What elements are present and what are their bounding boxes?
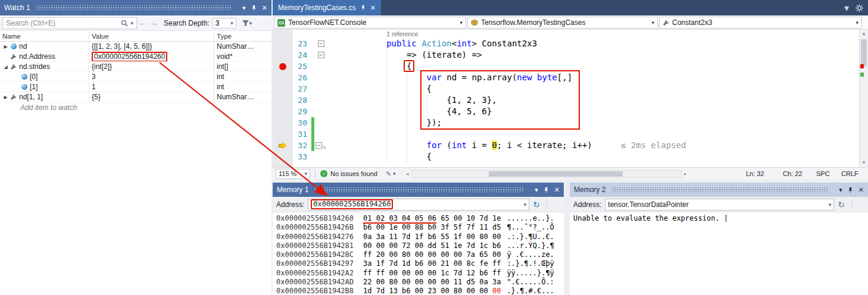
watch-row[interactable]: [0]3int bbox=[0, 72, 271, 82]
code-line-24[interactable]: 24–=> (iterate) => bbox=[273, 49, 859, 61]
forward-arrow-icon[interactable]: → bbox=[150, 18, 158, 27]
search-depth-combo[interactable]: 3 ▾ bbox=[213, 18, 236, 29]
watch-title-bar[interactable]: Watch 1 ▾ ✕ bbox=[0, 0, 271, 15]
glyph-margin[interactable] bbox=[273, 83, 293, 95]
pin-icon[interactable] bbox=[251, 5, 257, 11]
watch-row[interactable]: [1]1int bbox=[0, 82, 271, 92]
memory-row[interactable]: 0x000002556B1942973a 1f 7d 1d b6 00 21 0… bbox=[276, 259, 564, 268]
scroll-up-icon[interactable]: ▲ bbox=[860, 30, 868, 38]
outline-collapse-icon[interactable]: – bbox=[318, 40, 324, 47]
code-line-33[interactable]: 33{ bbox=[273, 151, 859, 162]
gear-icon[interactable] bbox=[855, 4, 863, 12]
health-check-icon[interactable]: ✓ bbox=[320, 170, 327, 177]
glyph-margin[interactable] bbox=[273, 151, 293, 162]
glyph-margin[interactable] bbox=[273, 95, 293, 106]
address-input[interactable]: 0x000002556B194260 ▾ bbox=[308, 199, 529, 211]
code-line-29[interactable]: 29{4, 5, 6} bbox=[273, 106, 859, 117]
memory-row[interactable]: 0x000002556B1942A2ff ff 00 00 00 00 1c 7… bbox=[276, 269, 564, 278]
memory-row[interactable]: 0x000002556B19426Bb6 00 1e 00 88 b0 3f 5… bbox=[276, 223, 564, 232]
expander-expanded-icon[interactable]: ◢ bbox=[2, 64, 9, 70]
code-line-25[interactable]: 25{ bbox=[273, 61, 859, 72]
code-line-31[interactable]: 31 bbox=[273, 128, 859, 140]
drag-grip[interactable] bbox=[314, 187, 524, 192]
glyph-margin[interactable] bbox=[273, 49, 293, 61]
code-area[interactable]: 1 reference23–public Action<int> Constan… bbox=[273, 30, 868, 167]
issues-status[interactable]: No issues found bbox=[330, 170, 377, 177]
window-position-icon[interactable]: ▾ bbox=[535, 187, 538, 193]
window-position-icon[interactable]: ▾ bbox=[242, 5, 246, 11]
zoom-dropdown[interactable]: 115 % ▾ bbox=[276, 169, 310, 179]
memory1-hex-dump[interactable]: 0x000002556B19426001 02 03 04 05 06 65 0… bbox=[273, 212, 564, 295]
drag-grip[interactable] bbox=[36, 5, 232, 10]
code-line-27[interactable]: 27{ bbox=[273, 83, 859, 95]
search-icon[interactable] bbox=[121, 20, 128, 27]
close-icon[interactable]: ✕ bbox=[858, 187, 864, 193]
project-dropdown[interactable]: C# TensorFlowNET.Console ▾ bbox=[274, 17, 466, 29]
column-header-type[interactable]: Type bbox=[214, 31, 271, 41]
address-input[interactable]: tensor.TensorDataPointer ▾ bbox=[605, 199, 834, 211]
memory2-content[interactable]: Unable to evaluate the expression. bbox=[570, 212, 868, 222]
glyph-margin[interactable] bbox=[273, 61, 293, 72]
close-icon[interactable]: ✕ bbox=[262, 5, 267, 11]
chevron-down-icon[interactable]: ▾ bbox=[524, 202, 527, 208]
chevron-down-icon[interactable]: ▾ bbox=[844, 2, 849, 14]
scroll-left-icon[interactable]: ◄ bbox=[404, 172, 411, 176]
search-input[interactable]: Search (Ctrl+E) ▾ bbox=[2, 17, 137, 29]
glyph-margin[interactable] bbox=[273, 38, 293, 49]
drag-grip[interactable] bbox=[611, 187, 828, 192]
window-position-icon[interactable]: ▾ bbox=[839, 187, 842, 193]
filter-icon[interactable] bbox=[242, 20, 249, 27]
code-line-23[interactable]: 23–public Action<int> Constant2x3 bbox=[273, 38, 859, 49]
memory-row[interactable]: 0x000002556B19428Cff 20 00 80 00 00 00 0… bbox=[276, 250, 564, 259]
expander-collapsed-icon[interactable]: ▶ bbox=[2, 95, 9, 100]
glyph-margin[interactable] bbox=[273, 117, 293, 128]
expander-collapsed-icon[interactable]: ▶ bbox=[2, 44, 9, 49]
scrollbar-thumb[interactable] bbox=[489, 171, 623, 177]
scrollbar-thumb[interactable] bbox=[861, 39, 867, 67]
code-line-32[interactable]: 32–✎for (int i = 0; i < iterate; i++)≤ 2… bbox=[273, 140, 859, 151]
toolbar-overflow-icon[interactable]: ⋮ bbox=[544, 200, 549, 208]
scroll-down-icon[interactable]: ▼ bbox=[860, 159, 868, 167]
column-header-name[interactable]: Name bbox=[0, 31, 89, 41]
refresh-icon[interactable]: ↻ bbox=[533, 200, 540, 209]
watch-row[interactable]: ▶nd{[[1, 2, 3], [4, 5, 6]]}NumShar… bbox=[0, 42, 271, 52]
pin-icon[interactable] bbox=[847, 187, 854, 193]
watch-row[interactable]: ▶nd[1, 1]{5}NumShar… bbox=[0, 92, 271, 102]
refresh-icon[interactable]: ↻ bbox=[838, 200, 845, 209]
breakpoint-icon[interactable] bbox=[279, 63, 286, 70]
glyph-margin[interactable] bbox=[273, 140, 293, 151]
memory1-title-bar[interactable]: Memory 1 ▾ ✕ bbox=[273, 183, 564, 197]
type-dropdown[interactable]: Tensorflow.MemoryTestingCases ▾ bbox=[467, 17, 658, 29]
close-icon[interactable]: ✕ bbox=[370, 4, 376, 12]
glyph-margin[interactable] bbox=[273, 128, 293, 140]
glyph-margin[interactable] bbox=[273, 106, 293, 117]
memory-row[interactable]: 0x000002556B19426001 02 03 04 05 06 65 0… bbox=[276, 214, 564, 223]
edit-indicator[interactable]: ✎ ▾ bbox=[386, 170, 396, 178]
scrollbar-track[interactable] bbox=[411, 170, 682, 178]
watch-row[interactable]: nd.Address0x000002556b194260void* bbox=[0, 52, 271, 62]
close-icon[interactable]: ✕ bbox=[554, 187, 560, 193]
code-line-26[interactable]: 26var nd = np.array(new byte[,] bbox=[273, 72, 859, 83]
back-arrow-icon[interactable]: ← bbox=[139, 18, 146, 27]
chevron-down-icon[interactable]: ▾ bbox=[829, 202, 832, 208]
memory-row[interactable]: 0x000002556B1942AD22 00 80 00 00 00 00 1… bbox=[276, 278, 564, 287]
code-line-30[interactable]: 30}); bbox=[273, 117, 859, 128]
horizontal-scrollbar[interactable]: ◄ ► bbox=[404, 170, 689, 178]
line-ending-indicator[interactable]: CRLF bbox=[841, 170, 865, 177]
watch-row[interactable]: ◢nd.strides{int[2]}int[] bbox=[0, 62, 271, 72]
pin-icon[interactable] bbox=[543, 187, 549, 193]
toolbar-overflow-icon[interactable]: ⋮ bbox=[848, 200, 854, 208]
outline-collapse-icon[interactable]: – bbox=[316, 142, 322, 149]
outline-collapse-icon[interactable]: – bbox=[318, 52, 324, 58]
memory-row[interactable]: 0x000002556B1942760a 3a 11 7d 1f b6 55 1… bbox=[276, 233, 564, 241]
column-header-value[interactable]: Value bbox=[89, 31, 214, 41]
chevron-down-icon[interactable]: ▾ bbox=[130, 20, 133, 26]
codelens-references[interactable]: 1 reference bbox=[273, 30, 859, 38]
spaces-indicator[interactable]: SPC bbox=[816, 170, 841, 177]
pin-icon[interactable] bbox=[360, 5, 366, 11]
tab-memorytestingcases[interactable]: MemoryTestingCases.cs ✕ bbox=[273, 0, 381, 15]
member-dropdown[interactable]: Constant2x3 ▾ bbox=[659, 17, 862, 29]
add-watch-item-row[interactable]: Add item to watch bbox=[0, 102, 271, 112]
vertical-scrollbar[interactable]: ▲ ▼ bbox=[859, 30, 868, 167]
chevron-down-icon[interactable]: ▾ bbox=[249, 20, 252, 26]
